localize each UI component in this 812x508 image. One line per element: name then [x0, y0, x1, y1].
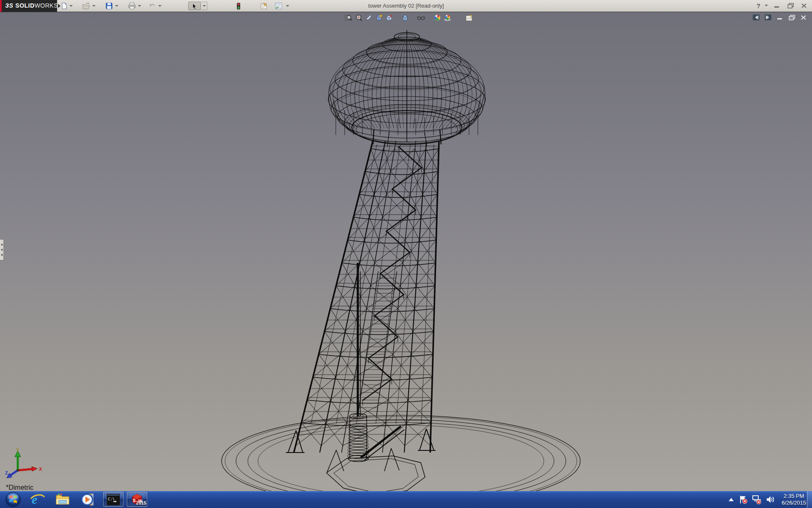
clock-time: 2:35 PM	[782, 493, 806, 500]
svg-text:e: e	[32, 492, 37, 506]
sw-version-label: 2015	[136, 500, 146, 505]
save-caret[interactable]	[115, 5, 118, 7]
windows-taskbar: e C:\_ SW 2015	[0, 491, 812, 508]
show-hidden-icons-button[interactable]	[728, 497, 734, 502]
open-button[interactable]	[81, 1, 91, 11]
svg-text:S: S	[133, 498, 136, 503]
open-caret[interactable]	[92, 5, 96, 7]
brand-text-solid: SOLID	[15, 2, 34, 9]
start-button[interactable]	[4, 491, 22, 508]
logo-red-stripe	[0, 0, 2, 12]
solidworks-window: ЗSSOLIDWORKS	[0, 0, 812, 508]
undo-caret[interactable]	[158, 5, 162, 7]
volume-icon[interactable]	[766, 495, 775, 504]
help-caret[interactable]	[765, 5, 768, 6]
select-tool-caret[interactable]	[201, 2, 207, 10]
print-caret[interactable]	[138, 5, 141, 7]
internet-explorer-icon[interactable]: e	[29, 491, 47, 508]
action-center-icon[interactable]	[739, 495, 747, 504]
new-document-caret[interactable]	[69, 5, 73, 7]
svg-text:Z: Z	[5, 470, 8, 475]
command-prompt-button[interactable]: C:\_	[103, 492, 123, 507]
svg-text:Y: Y	[16, 448, 19, 453]
help-button[interactable]: ?	[757, 2, 760, 9]
app-restore-button[interactable]	[786, 2, 795, 9]
options-caret[interactable]	[286, 5, 289, 7]
system-tray: 2:35 PM 6/26/2015	[728, 491, 806, 508]
solidworks-logo[interactable]: ЗSSOLIDWORKS	[0, 0, 57, 12]
save-button[interactable]	[104, 1, 114, 11]
taskbar-clock[interactable]: 2:35 PM 6/26/2015	[782, 493, 806, 506]
show-desktop-button[interactable]	[807, 491, 812, 508]
app-close-button[interactable]	[799, 2, 809, 9]
windows-explorer-icon[interactable]	[54, 491, 72, 508]
title-bar: ЗSSOLIDWORKS	[0, 0, 812, 12]
select-tool-button[interactable]	[188, 2, 201, 10]
media-player-icon[interactable]	[80, 491, 97, 508]
view-orientation-label: *Dimetric	[6, 484, 33, 491]
undo-button[interactable]	[147, 1, 157, 11]
clock-date: 6/26/2015	[782, 500, 806, 506]
solidworks-2015-button[interactable]: SW 2015	[127, 492, 147, 507]
rebuild-button[interactable]	[259, 1, 269, 11]
graphics-viewport[interactable]: Y X Z *Dimetric	[0, 12, 812, 491]
cmd-label: C:\_	[108, 497, 117, 501]
new-document-button[interactable]	[59, 1, 69, 11]
print-button[interactable]	[127, 1, 137, 11]
app-minimize-button[interactable]	[772, 2, 782, 9]
appearances-button[interactable]	[233, 1, 244, 11]
tower-wireframe-model	[0, 12, 812, 491]
window-title: tower Assembly 02 [Read-only]	[368, 3, 444, 9]
options-button[interactable]	[273, 1, 283, 11]
solidworks-logo-glyph: ЗS	[5, 2, 13, 9]
network-status-icon[interactable]	[752, 495, 761, 504]
reference-triad: Y X Z	[4, 448, 47, 482]
svg-text:X: X	[39, 467, 42, 472]
brand-text-works: WORKS	[35, 2, 58, 9]
